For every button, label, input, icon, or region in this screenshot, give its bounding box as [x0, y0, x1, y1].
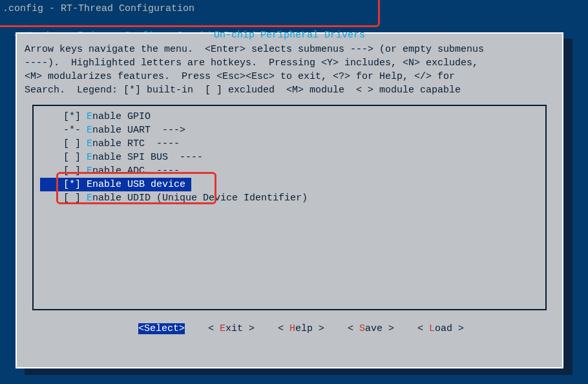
panel-title: On-chip Peripheral Drivers: [17, 28, 562, 42]
help-button[interactable]: H: [289, 323, 295, 334]
option-enable-gpio[interactable]: [*] Enable GPIO: [34, 110, 545, 123]
option-enable-uart[interactable]: -*- Enable UART --->: [34, 123, 545, 137]
options-list: [*] Enable GPIO -*- Enable UART ---> [ ]…: [32, 105, 547, 310]
button-bar: <Select> < Exit > < Help > < Save > < Lo…: [17, 310, 562, 336]
option-enable-usb-device[interactable]: [*] Enable USB device: [34, 178, 545, 191]
help-line: <M> modularizes features. Press <Esc><Es…: [25, 71, 455, 82]
help-text: Arrow keys navigate the menu. <Enter> se…: [17, 34, 562, 101]
exit-button[interactable]: E: [220, 323, 226, 334]
option-enable-adc[interactable]: [ ] Enable ADC ----: [34, 164, 545, 178]
config-panel: On-chip Peripheral Drivers Arrow keys na…: [16, 32, 563, 368]
option-enable-rtc[interactable]: [ ] Enable RTC ----: [34, 137, 545, 151]
window-title: .config - RT-Thread Configuration: [0, 0, 588, 16]
help-line: Search. Legend: [*] built-in [ ] exclude…: [25, 85, 461, 96]
help-line: Arrow keys navigate the menu. <Enter> se…: [25, 44, 484, 55]
load-button[interactable]: L: [429, 323, 435, 334]
option-enable-spi-bus[interactable]: [ ] Enable SPI BUS ----: [34, 151, 545, 164]
help-line: ----). Highlighted letters are hotkeys. …: [25, 58, 478, 69]
save-button[interactable]: S: [359, 323, 365, 334]
option-enable-udid[interactable]: [ ] Enable UDID (Unique Device Identifie…: [34, 191, 545, 205]
select-button[interactable]: <Select>: [138, 323, 185, 334]
